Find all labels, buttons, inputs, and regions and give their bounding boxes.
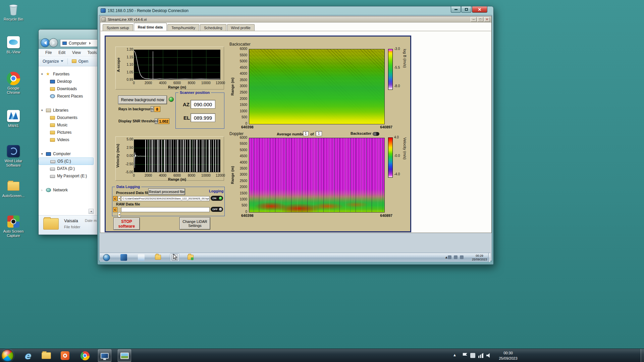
action-center-icon[interactable] <box>462 353 467 358</box>
rays-value-field[interactable]: 8 <box>154 106 160 112</box>
browse-path-button[interactable] <box>118 196 121 201</box>
az-value-field[interactable]: 090.000 <box>191 100 215 109</box>
sidebar-item-favorites[interactable]: ▾★Favorites <box>39 70 96 78</box>
backscatter-toggle[interactable] <box>373 132 379 136</box>
volume-icon[interactable] <box>486 353 491 358</box>
drive-letter-box[interactable]: C <box>113 207 117 212</box>
snr-value-field[interactable]: 1.002 <box>158 118 169 124</box>
maximize-button[interactable] <box>461 6 471 13</box>
velocity-xticks: 020004000600080001000012000 <box>127 174 227 177</box>
taskbar-icon-media-player[interactable] <box>60 350 70 361</box>
sidebar-item-documents[interactable]: Documents <box>39 114 96 121</box>
menu-view[interactable]: View <box>69 50 84 55</box>
sidebar-item-downloads[interactable]: Downloads <box>39 85 96 93</box>
tray-icon[interactable] <box>470 353 475 358</box>
sidebar-item-desktop[interactable]: Desktop <box>39 78 96 85</box>
chevron-right-icon <box>89 42 92 45</box>
tray-expand-icon[interactable]: ▲ <box>453 353 456 357</box>
sidebar-item-computer[interactable]: ▾Computer <box>39 150 96 158</box>
scroll-left-button[interactable]: ◂ <box>89 209 94 214</box>
open-button[interactable]: Open <box>78 59 88 64</box>
raw-path-field[interactable] <box>121 207 210 212</box>
sidebar-item-my-passport-e[interactable]: My Passport (E:) <box>39 172 96 180</box>
backscatter-colorbar <box>388 49 393 90</box>
taskbar-icon-chrome[interactable] <box>79 350 90 361</box>
start-button[interactable] <box>1 349 14 362</box>
desktop-icon-autoscreen-folder[interactable]: AutoScreen... <box>1 179 25 198</box>
forward-button[interactable] <box>49 38 58 47</box>
processed-path-field[interactable]: C:\Lidar\Data\Proc\2023\202309\20230925\… <box>121 196 210 201</box>
desktop-icon-google-chrome[interactable]: Google Chrome <box>1 72 25 95</box>
average-number-field[interactable]: 1 <box>303 131 309 136</box>
change-lidar-settings-button[interactable]: Change LiDARSettings <box>179 217 210 230</box>
sidebar-item-videos[interactable]: Videos <box>39 136 96 143</box>
organize-button[interactable]: Organize <box>43 59 59 64</box>
taskbar-icon-explorer[interactable] <box>41 350 52 361</box>
remote-clock[interactable]: 00:29 25/09/2023 <box>472 254 487 261</box>
vi-titlebar[interactable]: StreamLine XR v14-6.vi ─ □ ✕ <box>100 16 491 22</box>
remote-tray-expand-icon[interactable]: ▲ <box>445 256 447 259</box>
rdp-titlebar[interactable]: 192.168.0.150 - Remote Desktop Connectio… <box>98 6 493 15</box>
network-icon[interactable] <box>478 353 483 358</box>
sidebar-item-libraries[interactable]: ▾Libraries <box>39 107 96 114</box>
menu-file[interactable]: File <box>42 50 55 55</box>
recycle-bin-icon <box>6 3 20 16</box>
tab-real-time-data[interactable]: Real time data <box>134 23 167 31</box>
remote-start-button[interactable] <box>103 254 110 261</box>
tab-scheduling[interactable]: Scheduling <box>200 24 226 31</box>
downloads-icon <box>50 87 55 91</box>
computer-icon <box>62 42 67 45</box>
stop-software-button[interactable]: STOPsoftware <box>113 218 140 230</box>
snr-stepper[interactable] <box>155 118 158 124</box>
raw-logging-toggle[interactable]: OFF <box>211 207 223 212</box>
remote-taskbar-icon-3[interactable] <box>155 254 161 261</box>
drive-letter-box[interactable]: C <box>113 196 117 201</box>
back-button[interactable] <box>41 38 50 47</box>
expander-icon[interactable]: ▾ <box>41 72 46 76</box>
breadcrumb-item[interactable]: Computer <box>69 41 87 46</box>
show-desktop-button[interactable] <box>641 349 644 362</box>
taskbar-icon-photo-viewer[interactable] <box>118 349 131 362</box>
remote-tray-icons[interactable] <box>448 255 464 259</box>
computer-icon <box>46 152 51 156</box>
close-button[interactable]: ✕ <box>472 6 487 13</box>
remote-taskbar-icon-2[interactable] <box>138 254 145 261</box>
el-value-field[interactable]: 089.999 <box>191 113 215 122</box>
vi-close-button[interactable]: ✕ <box>484 17 490 22</box>
taskbar-icon-remote-desktop[interactable] <box>98 349 111 362</box>
clock[interactable]: 00:30 25/09/2023 <box>496 350 521 361</box>
desktop-icon-bl-view[interactable]: BL-View <box>1 36 25 54</box>
tab-wind-profile[interactable]: Wind profile <box>227 24 255 31</box>
average-total-field[interactable]: 1 <box>316 131 322 136</box>
tab-temp-humidity[interactable]: Temp/humidity <box>167 24 199 31</box>
taskbar-icon-internet-explorer[interactable]: e <box>22 350 33 361</box>
remote-taskbar-icon-1[interactable] <box>120 254 127 261</box>
vi-minimize-button[interactable]: ─ <box>471 17 477 22</box>
browse-path-button[interactable] <box>118 212 121 217</box>
menu-edit[interactable]: Edit <box>55 50 69 55</box>
desktop-icon-wind-lidar[interactable]: Wind Lidar Software <box>1 144 25 168</box>
desktop-icon-auto-screen-capture[interactable]: Auto Screen Capture <box>1 215 25 238</box>
processed-logging-toggle[interactable]: ON <box>211 196 223 201</box>
sidebar-item-music[interactable]: Music <box>39 121 96 129</box>
rays-stepper[interactable] <box>151 106 154 112</box>
desktop-icon-recycle-bin[interactable]: Recycle Bin <box>1 3 25 21</box>
star-icon: ★ <box>46 72 51 76</box>
sidebar-item-network[interactable]: ▹Network <box>39 186 96 194</box>
sidebar-item-data-d[interactable]: DATA (D:) <box>39 165 96 172</box>
restart-processed-file-button[interactable]: Restart processed file <box>148 188 185 195</box>
desktop-icon-mw41[interactable]: MW41 <box>1 109 25 128</box>
renew-background-button[interactable]: Renew background now <box>118 96 167 104</box>
sidebar-item-recent-places[interactable]: Recent Places <box>39 93 96 100</box>
sidebar-item-os-c[interactable]: OS (C:) <box>39 158 94 165</box>
expander-icon[interactable]: ▾ <box>41 152 46 156</box>
remote-show-desktop-button[interactable] <box>488 253 490 262</box>
expander-icon[interactable]: ▾ <box>41 109 46 112</box>
tab-system-setup[interactable]: System setup <box>103 24 133 31</box>
minimize-button[interactable] <box>451 6 461 13</box>
sidebar-item-pictures[interactable]: Pictures <box>39 129 96 136</box>
on-led <box>219 196 222 200</box>
vi-maximize-button[interactable]: □ <box>477 17 483 22</box>
remote-taskbar-icon-5[interactable] <box>187 254 194 261</box>
expander-icon[interactable]: ▹ <box>41 188 46 192</box>
